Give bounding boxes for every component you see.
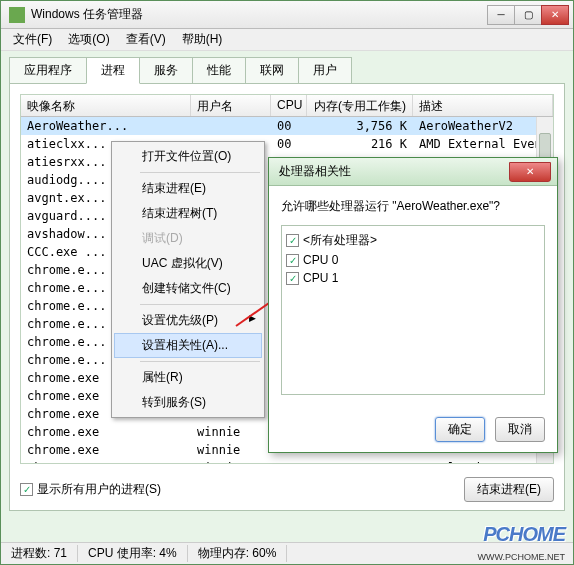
cpu-row-1[interactable]: ✓CPU 1	[286, 269, 540, 287]
table-row[interactable]: AeroWeather...003,756 KAeroWeatherV2	[21, 117, 553, 135]
cell-desc: AMD External Event	[413, 136, 553, 152]
show-all-users-checkbox[interactable]: ✓	[20, 483, 33, 496]
checkbox-cpu0[interactable]: ✓	[286, 254, 299, 267]
menu-options[interactable]: 选项(O)	[62, 29, 115, 50]
ctx-separator	[140, 172, 260, 173]
show-all-users-label: 显示所有用户的进程(S)	[37, 481, 161, 498]
cell-cpu: 00	[271, 460, 307, 464]
tab-services[interactable]: 服务	[139, 57, 193, 84]
cancel-button[interactable]: 取消	[495, 417, 545, 442]
ctx-separator	[140, 361, 260, 362]
cpu-row-all[interactable]: ✓<所有处理器>	[286, 230, 540, 251]
col-image-name[interactable]: 映像名称	[21, 95, 191, 116]
checkbox-all[interactable]: ✓	[286, 234, 299, 247]
cell-user: winnie	[191, 424, 271, 440]
cpu-list: ✓<所有处理器> ✓CPU 0 ✓CPU 1	[281, 225, 545, 395]
app-icon	[9, 7, 25, 23]
cell-name: chrome.exe	[21, 442, 191, 458]
ctx-open-location[interactable]: 打开文件位置(O)	[114, 144, 262, 169]
title-bar: Windows 任务管理器 ─ ▢ ✕	[1, 1, 573, 29]
tab-applications[interactable]: 应用程序	[9, 57, 87, 84]
cell-mem: 3,756 K	[307, 118, 413, 134]
cpu-row-0[interactable]: ✓CPU 0	[286, 251, 540, 269]
dialog-buttons: 确定 取消	[269, 407, 557, 452]
tab-strip: 应用程序 进程 服务 性能 联网 用户	[9, 57, 565, 84]
affinity-dialog: 处理器相关性 ✕ 允许哪些处理器运行 "AeroWeather.exe"? ✓<…	[268, 157, 558, 453]
watermark-url: WWW.PCHOME.NET	[478, 552, 566, 562]
ctx-end-process[interactable]: 结束进程(E)	[114, 176, 262, 201]
ctx-debug: 调试(D)	[114, 226, 262, 251]
menu-file[interactable]: 文件(F)	[7, 29, 58, 50]
menu-help[interactable]: 帮助(H)	[176, 29, 229, 50]
cell-cpu: 00	[271, 136, 307, 152]
menu-view[interactable]: 查看(V)	[120, 29, 172, 50]
ctx-uac[interactable]: UAC 虚拟化(V)	[114, 251, 262, 276]
col-memory[interactable]: 内存(专用工作集)	[307, 95, 413, 116]
cell-mem: 17,344 K	[307, 460, 413, 464]
cell-name: chrome.exe	[21, 460, 191, 464]
ctx-priority[interactable]: 设置优先级(P)▶	[114, 308, 262, 333]
ctx-dump[interactable]: 创建转储文件(C)	[114, 276, 262, 301]
dialog-prompt: 允许哪些处理器运行 "AeroWeather.exe"?	[281, 198, 545, 215]
bottom-bar: ✓ 显示所有用户的进程(S) 结束进程(E)	[20, 477, 554, 502]
ctx-separator	[140, 304, 260, 305]
tab-users[interactable]: 用户	[298, 57, 352, 84]
end-process-button[interactable]: 结束进程(E)	[464, 477, 554, 502]
cell-user: winnie	[191, 442, 271, 458]
status-process-count: 进程数: 71	[1, 545, 78, 562]
minimize-button[interactable]: ─	[487, 5, 515, 25]
context-menu: 打开文件位置(O) 结束进程(E) 结束进程树(T) 调试(D) UAC 虚拟化…	[111, 141, 265, 418]
cell-name: chrome.exe	[21, 424, 191, 440]
ctx-properties[interactable]: 属性(R)	[114, 365, 262, 390]
ok-button[interactable]: 确定	[435, 417, 485, 442]
col-user[interactable]: 用户名	[191, 95, 271, 116]
table-row[interactable]: chrome.exewinnie0017,344 KGoogle Chrome	[21, 459, 553, 464]
cell-desc: Google Chrome	[413, 460, 553, 464]
status-memory-usage: 物理内存: 60%	[188, 545, 288, 562]
window-buttons: ─ ▢ ✕	[488, 5, 569, 25]
status-cpu-usage: CPU 使用率: 4%	[78, 545, 188, 562]
menu-bar: 文件(F) 选项(O) 查看(V) 帮助(H)	[1, 29, 573, 51]
dialog-title-bar: 处理器相关性 ✕	[269, 158, 557, 186]
maximize-button[interactable]: ▢	[514, 5, 542, 25]
ctx-end-tree[interactable]: 结束进程树(T)	[114, 201, 262, 226]
tab-processes[interactable]: 进程	[86, 57, 140, 84]
ctx-goto-service[interactable]: 转到服务(S)	[114, 390, 262, 415]
dialog-body: 允许哪些处理器运行 "AeroWeather.exe"? ✓<所有处理器> ✓C…	[269, 186, 557, 407]
table-row[interactable]: atieclxx...00216 KAMD External Event	[21, 135, 553, 153]
dialog-title: 处理器相关性	[279, 163, 509, 180]
tab-performance[interactable]: 性能	[192, 57, 246, 84]
checkbox-cpu1[interactable]: ✓	[286, 272, 299, 285]
cell-desc: AeroWeatherV2	[413, 118, 553, 134]
window-title: Windows 任务管理器	[31, 6, 488, 23]
submenu-arrow-icon: ▶	[249, 313, 256, 323]
col-description[interactable]: 描述	[413, 95, 553, 116]
cell-mem: 216 K	[307, 136, 413, 152]
tab-networking[interactable]: 联网	[245, 57, 299, 84]
watermark-logo: PCHOME	[483, 523, 565, 546]
close-button[interactable]: ✕	[541, 5, 569, 25]
ctx-affinity[interactable]: 设置相关性(A)...	[114, 333, 262, 358]
table-header: 映像名称 用户名 CPU 内存(专用工作集) 描述	[21, 95, 553, 117]
cell-name: AeroWeather...	[21, 118, 191, 134]
cell-user: winnie	[191, 460, 271, 464]
cell-user	[191, 125, 271, 127]
cell-cpu: 00	[271, 118, 307, 134]
dialog-close-button[interactable]: ✕	[509, 162, 551, 182]
col-cpu[interactable]: CPU	[271, 95, 307, 116]
